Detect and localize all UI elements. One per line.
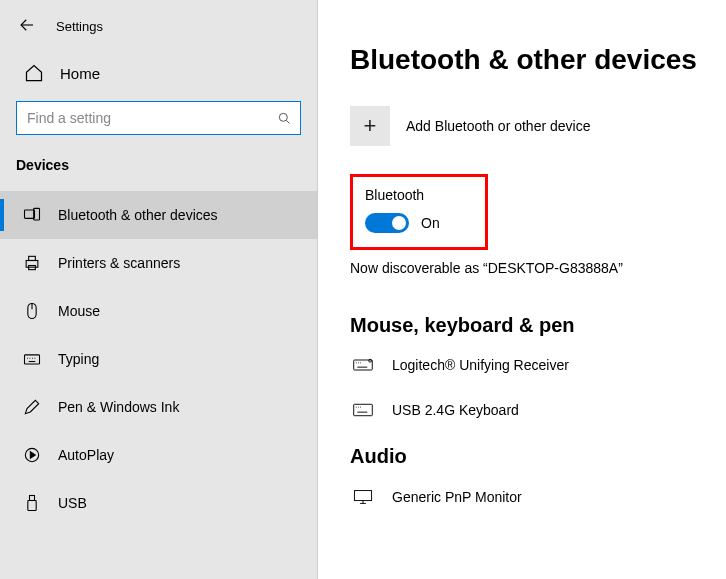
autoplay-icon <box>22 445 42 465</box>
sidebar-item-label: Typing <box>58 351 99 367</box>
pen-icon <box>22 397 42 417</box>
bluetooth-label: Bluetooth <box>365 187 473 203</box>
discoverable-status: Now discoverable as “DESKTOP-G83888A” <box>350 260 726 276</box>
sidebar-item-label: Mouse <box>58 303 100 319</box>
settings-window: Settings Home Devices <box>0 0 726 579</box>
sidebar-section-header: Devices <box>0 147 317 191</box>
sidebar-item-autoplay[interactable]: AutoPlay <box>0 431 317 479</box>
svg-rect-18 <box>30 496 35 501</box>
nav-home[interactable]: Home <box>0 53 317 93</box>
home-icon <box>24 63 44 83</box>
main-content: Bluetooth & other devices + Add Bluetoot… <box>318 0 726 579</box>
bluetooth-toggle[interactable] <box>365 213 409 233</box>
sidebar-item-printers[interactable]: Printers & scanners <box>0 239 317 287</box>
device-name: Logitech® Unifying Receiver <box>392 357 569 373</box>
keyboard-icon <box>22 349 42 369</box>
bluetooth-state: On <box>421 215 440 231</box>
svg-rect-19 <box>28 501 36 511</box>
section-peripherals-title: Mouse, keyboard & pen <box>350 314 726 337</box>
usb-icon <box>22 493 42 513</box>
titlebar: Settings <box>0 0 317 53</box>
svg-rect-5 <box>26 261 38 268</box>
toggle-knob <box>392 216 406 230</box>
svg-rect-31 <box>354 491 371 501</box>
search-icon <box>276 110 292 126</box>
sidebar-item-label: Bluetooth & other devices <box>58 207 218 223</box>
sidebar-item-pen[interactable]: Pen & Windows Ink <box>0 383 317 431</box>
sidebar-item-label: Pen & Windows Ink <box>58 399 179 415</box>
sidebar: Settings Home Devices <box>0 0 318 579</box>
sidebar-item-label: USB <box>58 495 87 511</box>
svg-point-21 <box>369 359 372 362</box>
page-title: Bluetooth & other devices <box>350 44 726 76</box>
device-item[interactable]: Logitech® Unifying Receiver <box>350 355 726 375</box>
mouse-icon <box>22 301 42 321</box>
device-name: Generic PnP Monitor <box>392 489 522 505</box>
sidebar-item-label: Printers & scanners <box>58 255 180 271</box>
bluetooth-toggle-highlight: Bluetooth On <box>350 174 488 250</box>
back-icon[interactable] <box>18 16 36 37</box>
device-item[interactable]: Generic PnP Monitor <box>350 486 726 508</box>
device-item[interactable]: USB 2.4G Keyboard <box>350 401 726 419</box>
svg-rect-6 <box>29 256 36 260</box>
section-audio-title: Audio <box>350 445 726 468</box>
keyboard-icon <box>350 401 376 419</box>
keyboard-icon <box>350 355 376 375</box>
devices-icon <box>22 205 42 225</box>
sidebar-item-bluetooth[interactable]: Bluetooth & other devices <box>0 191 317 239</box>
svg-marker-17 <box>30 452 35 459</box>
svg-rect-3 <box>25 210 35 218</box>
add-device-label: Add Bluetooth or other device <box>406 118 590 134</box>
sidebar-item-label: AutoPlay <box>58 447 114 463</box>
svg-point-1 <box>279 113 287 121</box>
search-box[interactable] <box>16 101 301 135</box>
home-label: Home <box>60 65 100 82</box>
add-device-button[interactable]: + Add Bluetooth or other device <box>350 106 726 146</box>
sidebar-item-usb[interactable]: USB <box>0 479 317 527</box>
plus-icon: + <box>350 106 390 146</box>
sidebar-nav: Bluetooth & other devices Printers & sca… <box>0 191 317 527</box>
sidebar-item-mouse[interactable]: Mouse <box>0 287 317 335</box>
svg-rect-26 <box>354 404 373 415</box>
app-title: Settings <box>56 19 103 34</box>
printer-icon <box>22 253 42 273</box>
search-input[interactable] <box>27 110 276 126</box>
sidebar-item-typing[interactable]: Typing <box>0 335 317 383</box>
monitor-icon <box>350 486 376 508</box>
svg-line-2 <box>286 120 289 123</box>
svg-rect-10 <box>25 355 40 364</box>
device-name: USB 2.4G Keyboard <box>392 402 519 418</box>
